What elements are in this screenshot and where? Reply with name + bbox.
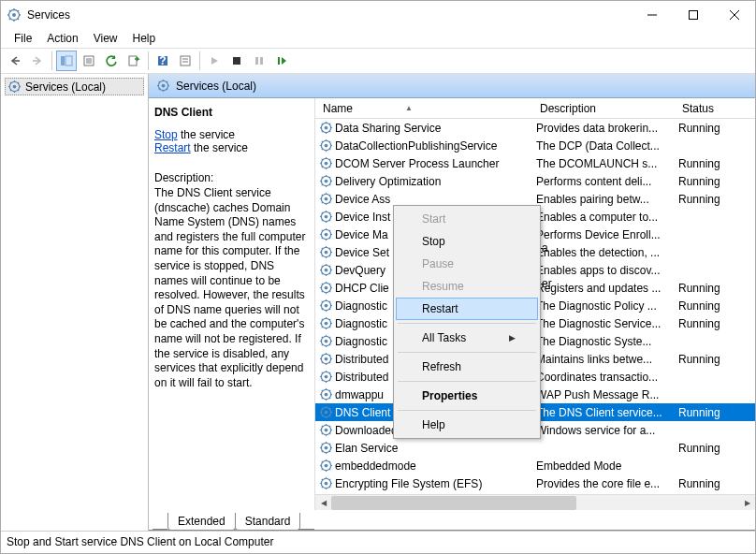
play-button[interactable] [204,51,225,71]
pause-button[interactable] [249,51,269,71]
service-description: Provides data brokerin... [532,122,675,135]
show-hide-tree-button[interactable] [56,51,77,71]
ctx-resume: Resume [396,275,538,298]
svg-rect-31 [278,57,280,65]
svg-text:?: ? [159,54,166,67]
scroll-right-button[interactable]: ▶ [739,495,755,511]
menu-action[interactable]: Action [39,30,85,47]
service-description: Embedded Mode [532,459,675,473]
stop-button[interactable] [226,51,247,71]
refresh-button[interactable] [101,51,122,71]
service-name: DNS Client [335,406,390,419]
svg-rect-25 [181,56,190,66]
service-name: dmwappu [335,388,384,401]
export-button[interactable] [124,51,144,71]
ctx-stop[interactable]: Stop [396,230,538,253]
gear-icon [319,423,333,437]
tab-extended[interactable]: Extended [167,513,236,531]
service-description: Performs Device Enroll... [532,228,675,241]
ctx-help[interactable]: Help [396,414,538,436]
ctx-pause: Pause [396,253,538,275]
ctx-refresh[interactable]: Refresh [396,356,538,378]
close-button[interactable] [714,1,755,29]
window-title: Services [27,8,632,22]
service-row[interactable]: Data Sharing ServiceProvides data broker… [315,119,755,137]
restart-button[interactable] [271,51,292,71]
service-description: The DCP (Data Collect... [532,139,675,153]
service-row[interactable]: DataCollectionPublishingServiceThe DCP (… [315,137,755,154]
detail-pane: DNS Client Stop the service Restart the … [149,98,315,510]
service-name: Device Ass [335,193,390,206]
service-status: Running [675,193,727,206]
service-row[interactable]: embeddedmodeEmbedded Mode [315,457,755,474]
gear-icon [319,263,333,277]
service-description: The Diagnostic Service... [532,317,675,330]
gear-icon [319,245,333,259]
tab-standard[interactable]: Standard [235,513,301,531]
maximize-button[interactable] [673,1,714,29]
service-row[interactable]: Encrypting File System (EFS)Provides the… [315,474,755,492]
service-status: Running [675,175,727,188]
ctx-all-tasks[interactable]: All Tasks▶ [396,327,538,349]
svg-rect-16 [61,56,65,66]
gear-icon [319,370,333,384]
stop-link[interactable]: Stop [154,128,178,141]
scroll-thumb[interactable] [331,496,576,510]
title-bar: Services [1,1,755,29]
svg-rect-28 [233,57,240,65]
back-button[interactable] [5,51,25,71]
context-menu: Start Stop Pause Resume Restart All Task… [393,205,541,439]
menu-file[interactable]: File [7,30,39,47]
service-name: Elan Service [335,442,398,455]
service-row[interactable]: DCOM Server Process LauncherThe DCOMLAUN… [315,154,755,172]
menu-view[interactable]: View [86,30,125,47]
gear-icon [319,138,333,153]
horizontal-scrollbar[interactable]: ◀ ▶ [315,494,755,510]
scroll-left-button[interactable]: ◀ [315,495,331,511]
column-status[interactable]: Status [675,98,727,118]
gear-icon [319,387,333,401]
service-status: Running [675,353,727,366]
menu-bar: File Action View Help [1,29,755,48]
service-name: Device Set [335,246,389,259]
service-name: Device Inst [335,211,390,224]
service-description: Provides the core file e... [532,477,675,490]
service-description: The Diagnostic Policy ... [532,299,675,313]
help-button[interactable]: ? [153,51,173,71]
service-name: Distributed [335,353,388,366]
truncated-text-a: a [542,241,548,255]
service-name: Diagnostic [335,317,387,330]
properties-button[interactable] [79,51,99,71]
gear-icon [319,121,333,135]
service-row[interactable]: Elan ServiceRunning [315,439,755,457]
forward-button[interactable] [27,51,48,71]
service-description: Coordinates transactio... [532,371,675,384]
service-description: Enables apps to discov... [532,264,675,277]
column-name[interactable]: Name▲ [315,98,532,118]
menu-help[interactable]: Help [125,30,164,47]
ctx-start: Start [396,208,538,230]
service-status: Running [675,282,727,295]
service-row[interactable]: Delivery OptimizationPerforms content de… [315,172,755,190]
service-description: Performs content deli... [532,175,675,188]
service-description: Enables the detection, ... [532,246,675,259]
minimize-button[interactable] [632,1,673,29]
ctx-properties[interactable]: Properties [396,385,538,407]
truncated-text-er: er [542,277,552,290]
service-description: The DNS Client service... [532,406,675,419]
service-name: DHCP Clie [335,282,389,295]
tree-root-item[interactable]: Services (Local) [5,78,144,95]
svg-rect-29 [255,57,258,65]
bottom-tabs: Extended Standard [149,510,755,531]
gear-icon [319,210,333,224]
help-topics-button[interactable] [175,51,196,71]
restart-link[interactable]: Restart [154,141,191,154]
service-description: Registers and updates ... [532,282,675,295]
ctx-restart[interactable]: Restart [396,298,538,320]
service-name: embeddedmode [335,459,416,473]
column-description[interactable]: Description [532,98,675,118]
selected-service-name: DNS Client [154,106,309,119]
service-description: Enables a computer to... [532,211,675,224]
service-description: The Diagnostic Syste... [532,335,675,348]
service-name: DevQuery [335,264,385,277]
